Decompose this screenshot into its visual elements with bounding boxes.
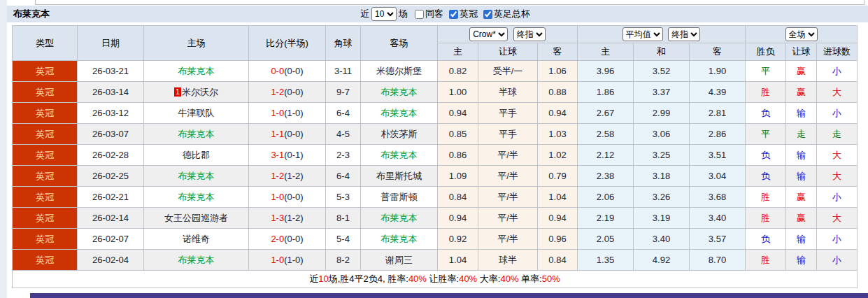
cell-goals-result: 走 [817, 124, 858, 145]
league-label: 英冠 [460, 8, 478, 20]
section-title-bar: 布莱克本 近 10 场 同客 英冠 英足总杯 [7, 6, 868, 22]
table-row: 英冠26-02-14女王公园巡游者1-3(1-2)8-1布莱克本0.94平/半0… [13, 208, 858, 229]
table-row: 英冠26-03-07布莱克本1-1(0-0)4-5朴茨茅斯0.85平手1.032… [13, 124, 858, 145]
bookmaker-select[interactable]: Crow* [469, 27, 508, 41]
col-header-corners: 角球 [326, 26, 361, 61]
ah-final-odds-select[interactable]: 终指 [513, 27, 546, 41]
cell-eu-draw: 3.37 [634, 82, 690, 103]
cell-ah-away: 0.84 [538, 250, 578, 271]
cell-goals-result: 小 [817, 103, 858, 124]
cell-ah-line: 平手 [478, 124, 538, 145]
cell-eu-home: 2.38 [578, 166, 634, 187]
cell-corners: 8-2 [326, 250, 361, 271]
cell-date: 26-02-28 [78, 145, 144, 166]
col-header-eu-away: 客 [690, 43, 746, 61]
cell-goals-result: 大 [817, 82, 858, 103]
cell-ah-line: 平/半 [478, 187, 538, 208]
cell-corners: 6-4 [326, 166, 361, 187]
cell-date: 26-02-04 [78, 250, 144, 271]
recent-label: 近 [360, 8, 369, 20]
cell-wdl-result: 胜 [746, 250, 786, 271]
cell-home-team: 布莱克本 [144, 187, 249, 208]
rank-badge: 1 [174, 87, 181, 97]
cell-score: 1-2(1-2) [249, 166, 326, 187]
cell-ah-home: 0.86 [438, 145, 478, 166]
cell-league: 英冠 [13, 145, 78, 166]
cell-league: 英冠 [13, 166, 78, 187]
cell-date: 26-02-25 [78, 166, 144, 187]
cell-eu-away: 2.86 [690, 124, 746, 145]
cell-date: 26-03-21 [78, 61, 144, 82]
cell-ah-away: 1.06 [538, 61, 578, 82]
cell-wdl-result: 负 [746, 229, 786, 250]
cell-away-team: 布里斯托城 [361, 166, 438, 187]
page-left-margin [0, 0, 7, 298]
cell-eu-home: 2.05 [578, 229, 634, 250]
cell-away-team: 米德尔斯堡 [361, 61, 438, 82]
filter-controls: 近 10 场 同客 英冠 英足总杯 [360, 6, 530, 22]
eu-average-select[interactable]: 平均值 [622, 27, 663, 41]
cell-ah-away: 0.88 [538, 82, 578, 103]
table-row: 英冠26-03-141米尔沃尔1-2(0-0)9-7布莱克本1.00半球0.88… [13, 82, 858, 103]
cell-score: 0-0(0-0) [249, 61, 326, 82]
col-header-ah-away: 客 [538, 43, 578, 61]
cell-eu-away: 3.04 [690, 166, 746, 187]
table-row: 英冠26-02-25布莱克本1-2(1-2)6-4布里斯托城1.09平/半0.7… [13, 166, 858, 187]
cell-eu-draw: 3.25 [634, 145, 690, 166]
cell-eu-away: 4.39 [690, 82, 746, 103]
cell-ah-line: 受半/一 [478, 61, 538, 82]
cell-corners: 8-1 [326, 208, 361, 229]
eu-final-odds-select[interactable]: 终指 [668, 27, 700, 41]
cell-score: 1-3(1-2) [249, 208, 326, 229]
upper-panel-fragment [35, 0, 865, 5]
matches-label: 场 [399, 8, 408, 20]
cell-league: 英冠 [13, 187, 78, 208]
cell-goals-result: 小 [817, 61, 858, 82]
cup-checkbox[interactable] [483, 10, 492, 19]
cell-score: 1-0(1-0) [249, 103, 326, 124]
cell-eu-draw: 3.52 [634, 61, 690, 82]
same-away-checkbox[interactable] [415, 10, 424, 19]
euro-odds-group-header: 平均值 终指 [578, 26, 746, 43]
col-header-ah-line: 让球 [478, 43, 538, 61]
cell-corners: 5-3 [326, 187, 361, 208]
cell-eu-home: 2.06 [578, 187, 634, 208]
cell-goals-result: 小 [817, 187, 858, 208]
cell-home-team: 诺维奇 [144, 229, 249, 250]
col-header-handicap-result: 让球 [786, 43, 817, 61]
scope-select[interactable]: 全场 [785, 27, 818, 41]
cell-score: 1-1(0-0) [249, 124, 326, 145]
cell-ah-home: 0.82 [438, 61, 478, 82]
cell-away-team: 布莱克本 [361, 208, 438, 229]
cell-handicap-result: 输 [786, 229, 817, 250]
cell-away-team: 布莱克本 [361, 103, 438, 124]
cell-eu-draw: 3.26 [634, 187, 690, 208]
league-checkbox[interactable] [449, 10, 458, 19]
cell-eu-draw: 2.99 [634, 103, 690, 124]
cell-eu-away: 3.57 [690, 229, 746, 250]
cell-home-team: 布莱克本 [144, 61, 249, 82]
cell-wdl-result: 平 [746, 124, 786, 145]
cell-eu-home: 1.86 [578, 82, 634, 103]
cell-away-team: 普雷斯顿 [361, 187, 438, 208]
cell-eu-away: 2.81 [690, 103, 746, 124]
cell-ah-away: 1.04 [538, 187, 578, 208]
cell-ah-home: 0.92 [438, 229, 478, 250]
cell-league: 英冠 [13, 103, 78, 124]
cell-eu-draw: 3.40 [634, 229, 690, 250]
cell-ah-away: 0.79 [538, 166, 578, 187]
cell-home-team: 牛津联队 [144, 103, 249, 124]
recent-count-select[interactable]: 10 [371, 7, 397, 21]
same-away-label: 同客 [425, 8, 443, 20]
cell-goals-result: 小 [817, 229, 858, 250]
cell-eu-away: 3.68 [690, 187, 746, 208]
cell-away-team: 朴茨茅斯 [361, 124, 438, 145]
col-header-score: 比分(半场) [249, 26, 326, 61]
cell-corners: 2-3 [326, 145, 361, 166]
cell-away-team: 布莱克本 [361, 145, 438, 166]
cell-wdl-result: 平 [746, 61, 786, 82]
cell-league: 英冠 [13, 250, 78, 271]
col-header-home: 主场 [144, 26, 249, 61]
table-row: 英冠26-02-07诺维奇2-0(0-0)5-4布莱克本0.92平/半0.962… [13, 229, 858, 250]
cell-eu-draw: 3.19 [634, 208, 690, 229]
